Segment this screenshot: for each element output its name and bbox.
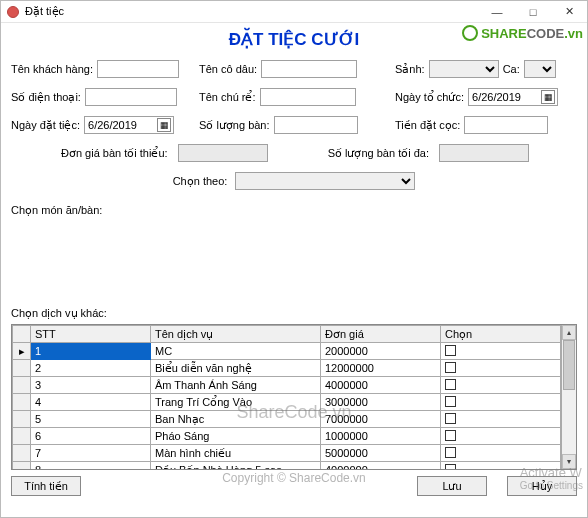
cell-ten-dich-vu[interactable]: Ban Nhạc (151, 411, 321, 428)
scroll-down-icon[interactable]: ▾ (562, 454, 576, 469)
chon-theo-select[interactable] (235, 172, 415, 190)
label-ca: Ca: (503, 63, 520, 75)
so-luong-ban-toi-da-input (439, 144, 529, 162)
table-row[interactable]: ▸1MC2000000 (13, 343, 561, 360)
ca-select[interactable] (524, 60, 556, 78)
recycle-icon (462, 25, 478, 41)
calendar-icon: ▦ (157, 118, 171, 132)
cell-stt[interactable]: 2 (31, 360, 151, 377)
label-chon-theo: Chọn theo: (173, 175, 228, 188)
label-ten-khach-hang: Tên khách hàng: (11, 63, 93, 75)
maximize-button[interactable]: □ (515, 1, 551, 23)
cell-stt[interactable]: 3 (31, 377, 151, 394)
label-so-luong-ban-toi-da: Số lượng bàn tối đa: (328, 147, 429, 160)
col-don-gia[interactable]: Đơn giá (321, 326, 441, 343)
cell-don-gia[interactable]: 4000000 (321, 377, 441, 394)
ten-khach-hang-input[interactable] (97, 60, 179, 78)
cell-stt[interactable]: 6 (31, 428, 151, 445)
cell-don-gia[interactable]: 1000000 (321, 428, 441, 445)
cell-stt[interactable]: 5 (31, 411, 151, 428)
col-ten-dich-vu[interactable]: Tên dịch vụ (151, 326, 321, 343)
table-row[interactable]: 4Trang Trí Cổng Vào3000000 (13, 394, 561, 411)
ngay-dat-tiec-datepicker[interactable]: 6/26/2019 ▦ (84, 116, 174, 134)
huy-button[interactable]: Hủy (507, 476, 577, 496)
cell-ten-dich-vu[interactable]: Màn hình chiếu (151, 445, 321, 462)
cell-chon[interactable] (441, 411, 561, 428)
cell-don-gia[interactable]: 7000000 (321, 411, 441, 428)
label-ngay-dat-tiec: Ngày đặt tiệc: (11, 119, 80, 132)
window-title: Đặt tiệc (25, 5, 64, 18)
cell-don-gia[interactable]: 4000000 (321, 462, 441, 470)
row-selector: ▸ (13, 343, 31, 360)
cell-ten-dich-vu[interactable]: Âm Thanh Ánh Sáng (151, 377, 321, 394)
label-sanh: Sảnh: (395, 63, 425, 76)
cell-chon[interactable] (441, 445, 561, 462)
cell-chon[interactable] (441, 377, 561, 394)
checkbox-icon[interactable] (445, 345, 456, 356)
scroll-thumb[interactable] (563, 340, 575, 390)
col-stt[interactable]: STT (31, 326, 151, 343)
cell-chon[interactable] (441, 394, 561, 411)
table-row[interactable]: 6Pháo Sáng1000000 (13, 428, 561, 445)
cell-ten-dich-vu[interactable]: Pháo Sáng (151, 428, 321, 445)
checkbox-icon[interactable] (445, 379, 456, 390)
cell-ten-dich-vu[interactable]: Đầu Bếp Nhà Hàng 5 sao (151, 462, 321, 470)
cell-stt[interactable]: 4 (31, 394, 151, 411)
cell-stt[interactable]: 1 (31, 343, 151, 360)
tinh-tien-button[interactable]: Tính tiền (11, 476, 81, 496)
row-header-blank (13, 326, 31, 343)
table-row[interactable]: 3Âm Thanh Ánh Sáng4000000 (13, 377, 561, 394)
cell-ten-dich-vu[interactable]: MC (151, 343, 321, 360)
row-selector (13, 377, 31, 394)
ten-chu-re-input[interactable] (260, 88, 356, 106)
cell-chon[interactable] (441, 343, 561, 360)
mon-an-area (11, 217, 577, 293)
sanh-select[interactable] (429, 60, 499, 78)
app-icon (7, 6, 19, 18)
row-selector (13, 445, 31, 462)
col-chon[interactable]: Chọn (441, 326, 561, 343)
row-selector (13, 411, 31, 428)
checkbox-icon[interactable] (445, 430, 456, 441)
table-row[interactable]: 5Ban Nhạc7000000 (13, 411, 561, 428)
cell-stt[interactable]: 7 (31, 445, 151, 462)
cell-don-gia[interactable]: 2000000 (321, 343, 441, 360)
cell-chon[interactable] (441, 428, 561, 445)
close-button[interactable]: ✕ (551, 1, 587, 23)
label-tien-dat-coc: Tiền đặt cọc: (395, 119, 460, 132)
label-ngay-to-chuc: Ngày tổ chức: (395, 91, 464, 104)
checkbox-icon[interactable] (445, 413, 456, 424)
tien-dat-coc-input[interactable] (464, 116, 548, 134)
ngay-to-chuc-datepicker[interactable]: 6/26/2019 ▦ (468, 88, 558, 106)
dich-vu-grid[interactable]: STT Tên dịch vụ Đơn giá Chọn ▸1MC2000000… (11, 324, 577, 470)
table-row[interactable]: 8Đầu Bếp Nhà Hàng 5 sao4000000 (13, 462, 561, 470)
cell-chon[interactable] (441, 462, 561, 470)
table-row[interactable]: 7Màn hình chiếu5000000 (13, 445, 561, 462)
minimize-button[interactable]: — (479, 1, 515, 23)
ten-co-dau-input[interactable] (261, 60, 357, 78)
label-so-dien-thoai: Số điện thoại: (11, 91, 81, 104)
luu-button[interactable]: Lưu (417, 476, 487, 496)
scroll-up-icon[interactable]: ▴ (562, 325, 576, 340)
label-chon-dich-vu-khac: Chọn dịch vụ khác: (11, 307, 577, 320)
calendar-icon: ▦ (541, 90, 555, 104)
cell-don-gia[interactable]: 12000000 (321, 360, 441, 377)
cell-ten-dich-vu[interactable]: Trang Trí Cổng Vào (151, 394, 321, 411)
checkbox-icon[interactable] (445, 447, 456, 458)
so-dien-thoai-input[interactable] (85, 88, 177, 106)
cell-chon[interactable] (441, 360, 561, 377)
checkbox-icon[interactable] (445, 396, 456, 407)
grid-scrollbar[interactable]: ▴ ▾ (561, 325, 576, 469)
table-row[interactable]: 2Biểu diễn văn nghệ12000000 (13, 360, 561, 377)
cell-don-gia[interactable]: 5000000 (321, 445, 441, 462)
row-selector (13, 462, 31, 470)
cell-don-gia[interactable]: 3000000 (321, 394, 441, 411)
label-don-gia-ban-toi-thieu: Đơn giá bàn tối thiểu: (61, 147, 168, 160)
checkbox-icon[interactable] (445, 464, 456, 470)
cell-ten-dich-vu[interactable]: Biểu diễn văn nghệ (151, 360, 321, 377)
so-luong-ban-input[interactable] (274, 116, 358, 134)
row-selector (13, 360, 31, 377)
label-ten-co-dau: Tên cô dâu: (199, 63, 257, 75)
checkbox-icon[interactable] (445, 362, 456, 373)
cell-stt[interactable]: 8 (31, 462, 151, 470)
